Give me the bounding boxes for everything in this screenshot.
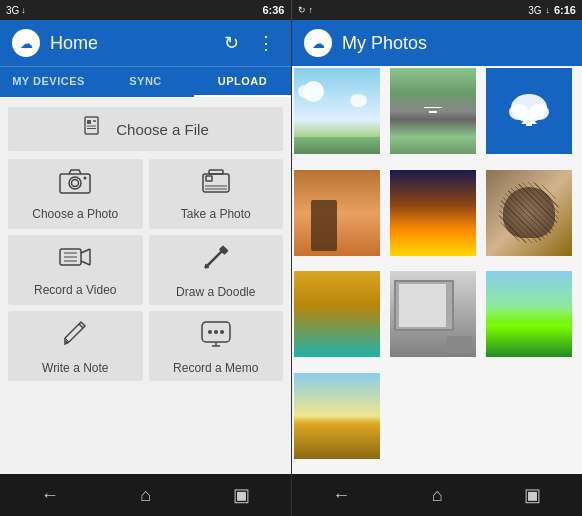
svg-point-29 (214, 330, 218, 334)
choose-file-button[interactable]: Choose a File (8, 107, 283, 151)
upload-cell[interactable] (486, 68, 572, 154)
more-menu-button[interactable]: ⋮ (253, 28, 279, 58)
right-back-button[interactable]: ← (318, 479, 364, 512)
svg-line-19 (81, 261, 90, 265)
right-app-logo: ☁ (304, 29, 332, 57)
svg-rect-11 (206, 176, 212, 181)
file-icon (82, 115, 106, 144)
right-nav-bar: ← ⌂ ▣ (291, 474, 583, 516)
svg-point-7 (72, 179, 79, 186)
photo-sky[interactable] (294, 68, 380, 154)
left-panel: ☁ Home ↻ ⋮ MY DEVICES SYNC UPLOAD (0, 20, 291, 474)
photo-desk[interactable] (390, 271, 476, 357)
draw-doodle-label: Draw a Doodle (176, 285, 255, 299)
svg-rect-1 (87, 120, 91, 124)
right-panel-title: My Photos (342, 33, 570, 54)
right-header: ☁ My Photos (292, 20, 582, 66)
nav-bars: ← ⌂ ▣ ← ⌂ ▣ (0, 474, 582, 516)
right-signal: 3G (528, 5, 541, 16)
svg-line-23 (205, 264, 206, 268)
status-bars: 3G ↓ 6:36 ↻ ↑ 3G ↓ 6:16 (0, 0, 582, 20)
right-status-bar: ↻ ↑ 3G ↓ 6:16 (291, 0, 583, 20)
svg-line-25 (79, 324, 83, 328)
choose-photo-label: Choose a Photo (32, 207, 118, 221)
record-memo-button[interactable]: Record a Memo (149, 311, 284, 381)
photo-wheat[interactable] (294, 373, 380, 459)
left-status-bar: 3G ↓ 6:36 (0, 0, 291, 20)
draw-doodle-button[interactable]: Draw a Doodle (149, 235, 284, 305)
upload-cloud-icon (504, 86, 554, 136)
svg-rect-10 (209, 170, 223, 174)
photo-grass[interactable] (486, 271, 572, 357)
svg-line-18 (81, 249, 90, 253)
tab-sync[interactable]: SYNC (97, 67, 194, 97)
record-video-label: Record a Video (34, 283, 117, 297)
svg-point-8 (84, 176, 87, 179)
take-photo-button[interactable]: Take a Photo (149, 159, 284, 229)
right-time: 6:16 (554, 4, 576, 16)
photo-sunset[interactable] (390, 170, 476, 256)
photo-hedgehog[interactable] (486, 170, 572, 256)
tab-upload[interactable]: UPLOAD (194, 67, 291, 97)
record-video-button[interactable]: Record a Video (8, 235, 143, 305)
note-icon (61, 318, 89, 355)
app-title: Home (50, 33, 210, 54)
svg-point-28 (208, 330, 212, 334)
svg-line-21 (207, 250, 223, 266)
right-panel: ☁ My Photos (291, 20, 582, 474)
svg-point-30 (220, 330, 224, 334)
choose-photo-button[interactable]: Choose a Photo (8, 159, 143, 229)
write-note-label: Write a Note (42, 361, 108, 375)
cloud-icon: ☁ (20, 36, 33, 51)
upload-area: Choose a File Choose a Photo (0, 97, 291, 474)
photos-grid (292, 66, 582, 474)
photo-yellow-water[interactable] (294, 271, 380, 357)
right-home-button[interactable]: ⌂ (418, 479, 457, 512)
record-memo-label: Record a Memo (173, 361, 258, 375)
left-nav-bar: ← ⌂ ▣ (0, 474, 291, 516)
app-header: ☁ Home ↻ ⋮ (0, 20, 291, 66)
photo-desert[interactable] (294, 170, 380, 256)
refresh-button[interactable]: ↻ (220, 28, 243, 58)
take-photo-label: Take a Photo (181, 207, 251, 221)
take-photo-icon (201, 168, 231, 201)
write-note-button[interactable]: Write a Note (8, 311, 143, 381)
tab-my-devices[interactable]: MY DEVICES (0, 67, 97, 97)
app-logo: ☁ (12, 29, 40, 57)
action-grid: Choose a Photo Take a Photo (8, 159, 283, 381)
recents-button[interactable]: ▣ (219, 478, 264, 512)
choose-file-label: Choose a File (116, 121, 209, 138)
right-cloud-icon: ☁ (312, 36, 325, 51)
left-time: 6:36 (262, 4, 284, 16)
memo-icon (200, 318, 232, 355)
home-button[interactable]: ⌂ (126, 479, 165, 512)
back-button[interactable]: ← (27, 479, 73, 512)
svg-rect-39 (526, 114, 532, 126)
camera-icon (59, 168, 91, 201)
main-panels: ☁ Home ↻ ⋮ MY DEVICES SYNC UPLOAD (0, 20, 582, 474)
right-recents-button[interactable]: ▣ (510, 478, 555, 512)
video-icon (59, 244, 91, 277)
tab-bar: MY DEVICES SYNC UPLOAD (0, 66, 291, 97)
photo-road[interactable] (390, 68, 476, 154)
left-signal: 3G (6, 5, 19, 16)
doodle-icon (201, 242, 231, 279)
